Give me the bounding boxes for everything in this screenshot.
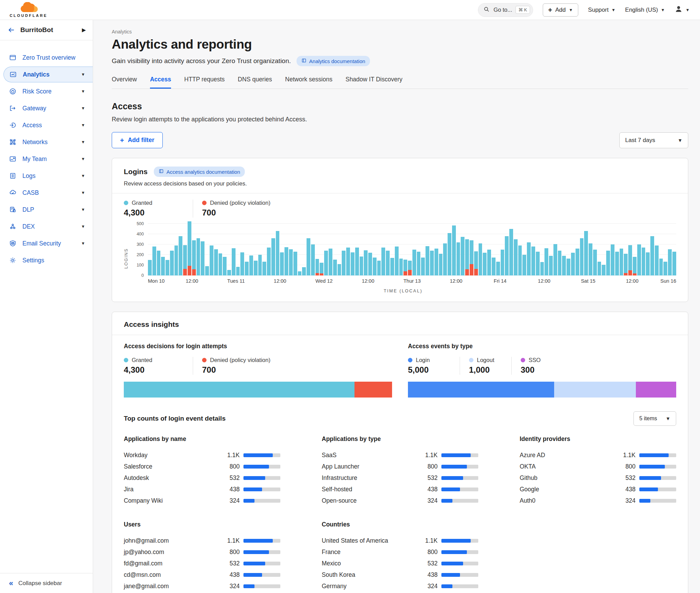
table-row[interactable]: Google438: [520, 484, 676, 495]
login-bar[interactable]: [192, 240, 196, 275]
login-bar[interactable]: [492, 258, 496, 276]
login-bar[interactable]: [655, 245, 659, 275]
login-bar[interactable]: [188, 221, 191, 276]
sidebar-item-networks[interactable]: Networks▼: [0, 134, 93, 150]
login-bar[interactable]: [302, 267, 306, 275]
login-bar[interactable]: [501, 250, 504, 275]
login-bar[interactable]: [174, 245, 178, 275]
login-bar[interactable]: [236, 267, 240, 276]
table-row[interactable]: Infrastructure532: [322, 472, 478, 484]
login-bar[interactable]: [284, 247, 288, 276]
login-bar[interactable]: [452, 225, 456, 276]
login-bar[interactable]: [544, 248, 548, 276]
login-bar[interactable]: [576, 249, 579, 275]
login-bar[interactable]: [157, 251, 161, 275]
login-bar[interactable]: [567, 259, 570, 276]
login-bar[interactable]: [403, 260, 407, 276]
login-bar[interactable]: [148, 260, 152, 275]
collapse-sidebar-button[interactable]: « Collapse sidebar: [0, 573, 93, 593]
login-bar[interactable]: [373, 258, 377, 276]
table-row[interactable]: Github532: [520, 472, 676, 484]
login-bar[interactable]: [399, 259, 403, 276]
login-bar[interactable]: [223, 257, 227, 275]
tab-overview[interactable]: Overview: [112, 76, 137, 89]
login-bar[interactable]: [611, 244, 614, 275]
login-bar[interactable]: [161, 257, 165, 275]
login-bar[interactable]: [381, 248, 385, 275]
table-row[interactable]: Autodesk532: [124, 472, 280, 484]
sidebar-item-casb[interactable]: CASB▼: [0, 185, 93, 201]
table-row[interactable]: Mexico532: [322, 558, 478, 569]
login-bar[interactable]: [245, 262, 249, 276]
login-bar[interactable]: [179, 236, 182, 275]
login-bar[interactable]: [558, 251, 562, 275]
login-bar[interactable]: [505, 236, 509, 275]
login-bar[interactable]: [227, 270, 231, 276]
login-bar[interactable]: [479, 243, 482, 275]
login-bar[interactable]: [624, 254, 628, 275]
add-filter-button[interactable]: + Add filter: [112, 132, 163, 148]
table-row[interactable]: Open-source324: [322, 495, 478, 506]
login-bar[interactable]: [214, 249, 218, 276]
login-bar[interactable]: [219, 253, 222, 276]
login-bar[interactable]: [457, 242, 460, 275]
global-search-input[interactable]: Go to... ⌘ K: [478, 3, 533, 17]
login-bar[interactable]: [342, 251, 346, 275]
login-bar[interactable]: [633, 257, 637, 275]
login-bar[interactable]: [249, 255, 253, 276]
login-bar[interactable]: [395, 247, 399, 275]
tab-http-requests[interactable]: HTTP requests: [184, 76, 224, 89]
login-bar[interactable]: [311, 244, 315, 275]
table-row[interactable]: cd@msn.com438: [124, 569, 280, 581]
login-bar[interactable]: [461, 237, 464, 276]
login-bar[interactable]: [527, 242, 531, 275]
tab-dns-queries[interactable]: DNS queries: [238, 76, 272, 89]
login-bar[interactable]: [183, 245, 187, 276]
login-bar[interactable]: [377, 261, 381, 276]
login-bar[interactable]: [333, 260, 337, 276]
login-bar[interactable]: [421, 258, 425, 276]
tab-access[interactable]: Access: [150, 76, 171, 89]
stacked-segment-granted[interactable]: [124, 382, 354, 398]
login-bar[interactable]: [584, 231, 588, 275]
login-bar[interactable]: [509, 229, 513, 275]
tab-network-sessions[interactable]: Network sessions: [285, 76, 332, 89]
sidebar-item-email-security[interactable]: Email Security▼: [0, 235, 93, 251]
login-bar[interactable]: [254, 261, 258, 276]
login-bar[interactable]: [355, 248, 359, 275]
login-bar[interactable]: [580, 238, 584, 275]
login-bar[interactable]: [615, 252, 619, 275]
login-bar[interactable]: [549, 256, 553, 275]
login-bar[interactable]: [637, 244, 641, 275]
login-bar[interactable]: [474, 251, 478, 276]
breadcrumb[interactable]: Analytics: [112, 29, 688, 34]
login-bar[interactable]: [650, 236, 654, 275]
table-row[interactable]: jane@gmail.com324: [124, 581, 280, 592]
sidebar-item-settings[interactable]: Settings: [0, 252, 93, 268]
sidebar-item-my-team[interactable]: My Team▼: [0, 151, 93, 167]
stacked-segment-logout[interactable]: [554, 382, 636, 398]
login-bar[interactable]: [271, 238, 275, 275]
sidebar-item-dlp[interactable]: DLP▼: [0, 202, 93, 218]
table-row[interactable]: Workday1.1K: [124, 450, 280, 461]
analytics-documentation-badge[interactable]: Analytics documentation: [297, 56, 370, 66]
login-bar[interactable]: [571, 253, 575, 275]
sidebar-item-risk-score[interactable]: Risk Score▼: [0, 83, 93, 99]
login-bar[interactable]: [663, 262, 667, 276]
login-bar[interactable]: [439, 254, 443, 275]
table-row[interactable]: OKTA800: [520, 461, 676, 472]
login-bar[interactable]: [320, 263, 323, 276]
login-bar[interactable]: [443, 243, 447, 275]
login-bar[interactable]: [364, 250, 368, 276]
login-bar[interactable]: [166, 260, 169, 275]
login-bar[interactable]: [518, 245, 522, 275]
table-row[interactable]: jp@yahoo.com800: [124, 546, 280, 558]
date-range-select[interactable]: Last 7 days ▼: [619, 132, 688, 148]
login-bar[interactable]: [276, 231, 280, 275]
table-row[interactable]: Self-hosted438: [322, 484, 478, 495]
table-row[interactable]: SaaS1.1K: [322, 450, 478, 461]
login-bar[interactable]: [593, 250, 597, 275]
login-bar[interactable]: [351, 252, 354, 276]
login-bar[interactable]: [628, 245, 632, 276]
login-bar[interactable]: [606, 251, 610, 275]
